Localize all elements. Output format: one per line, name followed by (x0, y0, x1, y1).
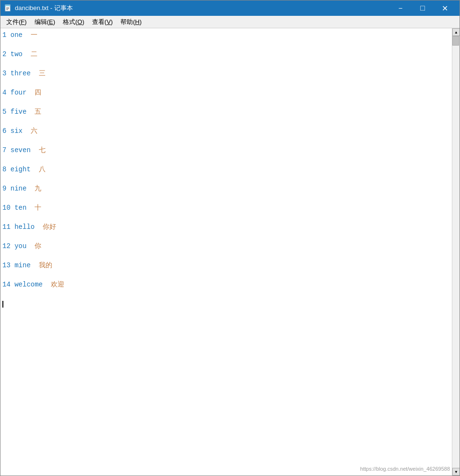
line-english: seven (6, 146, 30, 154)
line-item: 5 five 五 (2, 107, 450, 117)
line-item: 13 mine 我的 (2, 261, 450, 270)
title-bar: danciben.txt - 记事本 － □ ✕ (0, 0, 460, 16)
line-item: 6 six 六 (2, 126, 450, 136)
line-number: 11 (2, 223, 11, 231)
window-title: danciben.txt - 记事本 (15, 4, 389, 12)
line-english: eight (6, 166, 30, 173)
line-chinese: 七 (31, 146, 46, 154)
line-english: six (6, 127, 23, 135)
svg-rect-1 (5, 5, 10, 6)
line-number: 13 (2, 262, 11, 269)
close-button[interactable]: ✕ (434, 0, 456, 16)
line-item: 11 hello 你好 (2, 222, 450, 232)
line-english: three (6, 70, 30, 77)
editor-container: 1 one 一 2 two 二 3 three 三 4 four 四 5 fiv… (0, 28, 460, 476)
line-chinese: 二 (23, 50, 37, 58)
line-english: ten (11, 204, 27, 212)
scrollbar-vertical[interactable]: ▲ ▼ (452, 28, 460, 476)
window-controls: － □ ✕ (389, 0, 456, 16)
menu-bar: 文件(F) 编辑(E) 格式(O) 查看(V) 帮助(H) (0, 16, 460, 28)
line-item: 1 one 一 (2, 30, 450, 40)
line-number: 12 (2, 242, 11, 250)
line-item: 14 welcome 欢迎 (2, 280, 450, 289)
line-item: 8 eight 八 (2, 165, 450, 174)
minimize-button[interactable]: － (389, 0, 412, 16)
line-item: 3 three 三 (2, 69, 450, 78)
line-english: hello (11, 223, 35, 231)
menu-view[interactable]: 查看(V) (88, 16, 117, 28)
scroll-down-button[interactable]: ▼ (452, 468, 460, 476)
scroll-thumb[interactable] (452, 36, 459, 46)
line-chinese: 十 (26, 204, 41, 212)
cursor-line (2, 299, 450, 309)
line-english: nine (6, 185, 26, 192)
line-item: 7 seven 七 (2, 145, 450, 155)
menu-help[interactable]: 帮助(H) (117, 16, 145, 28)
line-item: 4 four 四 (2, 88, 450, 97)
scroll-track[interactable] (452, 36, 460, 468)
line-chinese: 五 (26, 108, 41, 116)
line-chinese: 欢迎 (43, 281, 64, 288)
maximize-button[interactable]: □ (412, 0, 434, 16)
line-chinese: 你 (26, 242, 41, 250)
line-chinese: 一 (23, 31, 37, 39)
window: danciben.txt - 记事本 － □ ✕ 文件(F) 编辑(E) 格式(… (0, 0, 460, 476)
menu-edit[interactable]: 编辑(E) (31, 16, 59, 28)
line-item: 12 you 你 (2, 241, 450, 251)
line-chinese: 八 (31, 166, 46, 173)
line-english: five (6, 108, 26, 116)
menu-format[interactable]: 格式(O) (59, 16, 88, 28)
line-english: four (6, 89, 26, 96)
scroll-up-button[interactable]: ▲ (452, 28, 460, 36)
line-number: 14 (2, 281, 11, 288)
line-item: 10 ten 十 (2, 203, 450, 213)
app-icon (4, 4, 12, 12)
watermark: https://blog.csdn.net/weixin_46269588 (360, 466, 450, 472)
line-chinese: 四 (26, 89, 41, 96)
line-chinese: 三 (31, 70, 46, 77)
line-chinese: 我的 (31, 262, 52, 269)
line-english: two (6, 50, 23, 58)
line-chinese: 六 (23, 127, 37, 135)
menu-file[interactable]: 文件(F) (2, 16, 31, 28)
line-number: 10 (2, 204, 11, 212)
line-english: one (6, 31, 23, 39)
line-english: mine (11, 262, 31, 269)
editor-area[interactable]: 1 one 一 2 two 二 3 three 三 4 four 四 5 fiv… (0, 28, 452, 476)
line-english: welcome (11, 281, 43, 288)
line-chinese: 九 (26, 185, 41, 192)
line-item: 9 nine 九 (2, 184, 450, 193)
line-chinese: 你好 (35, 223, 56, 231)
line-item: 2 two 二 (2, 49, 450, 59)
line-english: you (11, 242, 27, 250)
